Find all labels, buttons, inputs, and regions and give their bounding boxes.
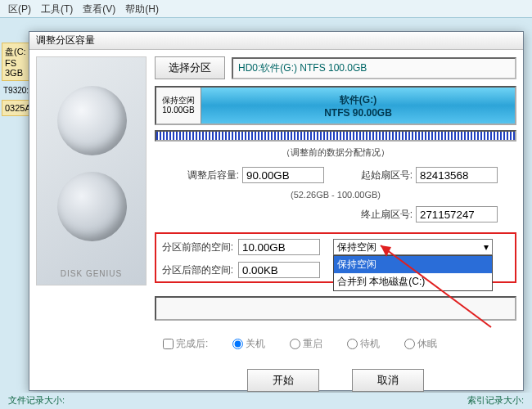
main-menu-bar: 区(P) 工具(T) 查看(V) 帮助(H): [0, 0, 532, 18]
dialog-titlebar: 调整分区容量: [29, 32, 523, 50]
size-range-hint: (52.26GB - 100.00GB): [165, 190, 506, 200]
partition-bar[interactable]: 保持空闲 10.00GB 软件(G:) NTFS 90.00GB: [155, 86, 516, 125]
partition-free-segment[interactable]: 保持空闲 10.00GB: [156, 88, 201, 124]
dropdown-option-merge-c[interactable]: 合并到 本地磁盘(C:): [334, 273, 492, 290]
input-after-size[interactable]: [242, 167, 324, 183]
partition-bar-after: [155, 296, 516, 321]
front-space-action-dropdown[interactable]: 保持空闲 ▾ 保持空闲 合并到 本地磁盘(C:): [333, 239, 493, 255]
partition-main-segment[interactable]: 软件(G:) NTFS 90.00GB: [201, 88, 515, 124]
label-end-sector: 终止扇区号:: [355, 208, 413, 222]
chevron-down-icon: ▾: [484, 241, 489, 253]
input-back-space[interactable]: [238, 262, 320, 278]
menu-partition[interactable]: 区(P): [8, 2, 31, 15]
menu-help[interactable]: 帮助(H): [125, 2, 159, 15]
resize-partition-dialog: 调整分区容量 DISK GENIUS 选择分区 HD0:软件(G:) NTFS …: [29, 31, 524, 391]
dropdown-selected-text: 保持空闲: [337, 240, 376, 254]
radio-reboot[interactable]: 重启: [290, 337, 322, 351]
input-front-space[interactable]: [238, 239, 320, 255]
label-after-size: 调整后容量:: [165, 169, 239, 182]
checkbox-after-done[interactable]: 完成后:: [163, 337, 208, 351]
start-button[interactable]: 开始: [247, 369, 319, 392]
label-start-sector: 起始扇区号:: [355, 169, 413, 182]
background-statusbar: 文件记录大小: 索引记录大小:: [0, 393, 532, 409]
hd-info-label: HD0:软件(G:) NTFS 100.0GB: [232, 57, 516, 79]
input-end-sector[interactable]: [416, 206, 498, 222]
menu-view[interactable]: 查看(V): [83, 2, 115, 15]
dropdown-option-keep-free[interactable]: 保持空闲: [334, 256, 492, 273]
disk-illustration: DISK GENIUS: [36, 56, 147, 285]
select-partition-button[interactable]: 选择分区: [155, 56, 225, 79]
radio-hibernate[interactable]: 休眠: [404, 337, 437, 351]
caption-before: （调整前的数据分配情况）: [155, 146, 516, 159]
dialog-title-text: 调整分区容量: [36, 34, 95, 47]
radio-shutdown[interactable]: 关机: [232, 337, 265, 351]
menu-tool[interactable]: 工具(T): [41, 2, 73, 15]
radio-standby[interactable]: 待机: [347, 337, 380, 351]
dropdown-list: 保持空闲 合并到 本地磁盘(C:): [333, 255, 493, 291]
label-back-space: 分区后部的空间:: [160, 263, 233, 277]
data-usage-stripes: [155, 130, 516, 142]
cancel-button[interactable]: 取消: [352, 369, 424, 392]
label-front-space: 分区前部的空间:: [160, 240, 233, 254]
input-start-sector[interactable]: [416, 167, 498, 183]
